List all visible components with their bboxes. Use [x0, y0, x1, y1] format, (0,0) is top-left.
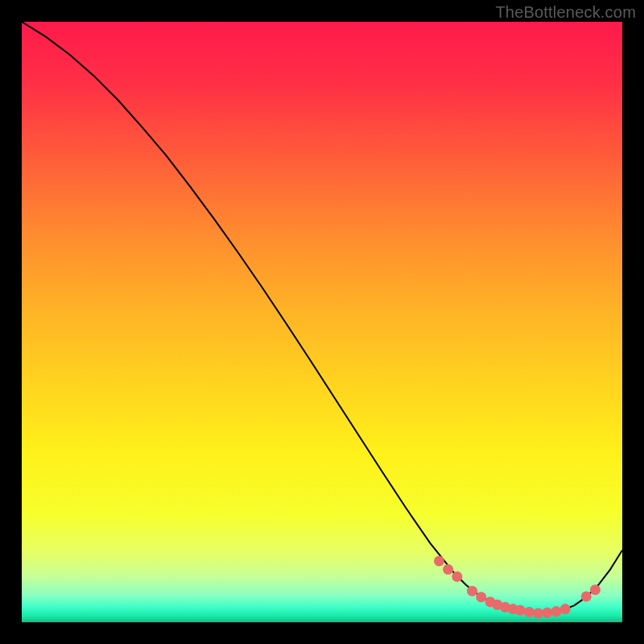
watermark-text: TheBottleneck.com	[495, 3, 636, 22]
data-marker	[560, 604, 571, 614]
data-marker	[515, 605, 526, 616]
data-marker	[581, 591, 592, 601]
chart-container: TheBottleneck.com	[0, 0, 644, 644]
data-marker	[542, 608, 552, 618]
gradient-background	[22, 22, 622, 622]
data-marker	[452, 572, 462, 582]
data-marker	[524, 607, 535, 617]
data-marker	[467, 586, 477, 597]
data-marker	[533, 608, 543, 618]
data-marker	[476, 592, 486, 602]
chart-svg	[22, 22, 622, 622]
data-marker	[590, 584, 601, 595]
data-marker	[551, 606, 561, 617]
data-marker	[443, 564, 453, 575]
data-marker	[434, 555, 444, 566]
chart-plot-area	[22, 22, 622, 622]
